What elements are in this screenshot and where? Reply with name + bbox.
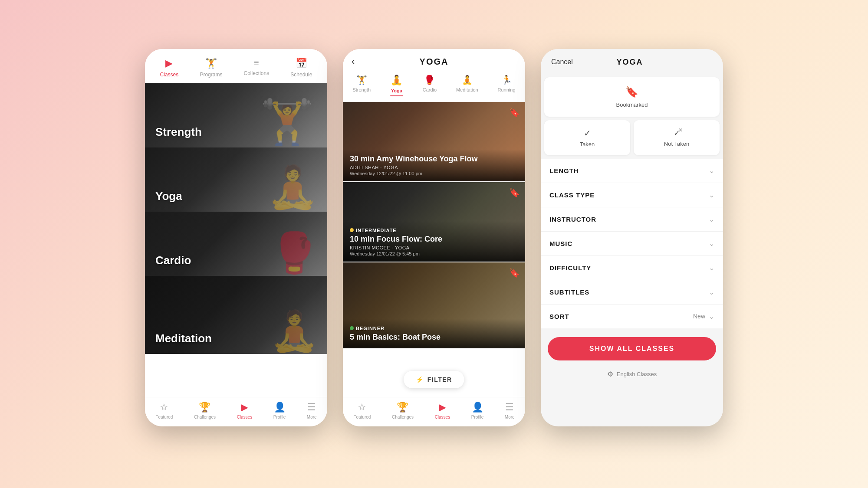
cat-strength[interactable]: 🏋 Strength [352,75,371,96]
class-item-2-info: BEGINNER 5 min Basics: Boat Pose [343,319,525,348]
class-card-yoga[interactable]: Yoga 🧘 [145,147,327,212]
check-nottaken-icon: ✓ ✕ [674,128,680,138]
bookmark-1[interactable]: 🔖 [509,187,520,198]
yoga-person: 🧘 [267,163,319,212]
cat-running-label: Running [498,87,516,92]
tab-profile[interactable]: 👤 Profile [273,402,286,419]
sort-value-row: New ⌄ [693,312,714,321]
show-all-classes-button[interactable]: SHOW ALL CLASSES [548,337,716,360]
not-taken-box[interactable]: ✓ ✕ Not Taken [634,120,720,155]
collections-icon: ≡ [254,58,259,68]
s2-tab-challenges[interactable]: 🏆 Challenges [392,402,414,419]
gear-icon: ⚙ [607,370,613,378]
cat-yoga-label: Yoga [391,88,402,93]
subtitles-chevron: ⌄ [709,288,714,296]
nav-collections[interactable]: ≡ Collections [244,58,270,78]
nav-classes[interactable]: ▶ Classes [160,58,179,78]
classes-label: Classes [237,415,253,419]
tab-challenges[interactable]: 🏆 Challenges [194,402,216,419]
english-classes-row[interactable]: ⚙ English Classes [541,366,723,383]
cat-yoga[interactable]: 🧘 Yoga [390,75,403,96]
filter-button[interactable]: ⚡ FILTER [404,371,464,388]
class-card-cardio[interactable]: Cardio 🥊 [145,212,327,276]
screen3-filter: Cancel YOGA 🔖 Bookmarked ✓ Taken ✓ ✕ Not… [541,49,723,426]
difficulty-label: DIFFICULTY [549,264,591,272]
schedule-icon: 📅 [296,58,307,69]
tab-featured[interactable]: ☆ Featured [155,402,173,419]
filter-instructor[interactable]: INSTRUCTOR ⌄ [541,207,723,232]
tab-more[interactable]: ☰ More [307,402,317,419]
more-label: More [307,415,317,419]
cat-meditation[interactable]: 🧘 Meditation [456,75,478,96]
filter-length[interactable]: LENGTH ⌄ [541,159,723,183]
yoga-label: Yoga [155,190,182,203]
class-card-strength[interactable]: Strength 🏋 [145,83,327,147]
strength-label: Strength [155,125,202,139]
class-item-1-meta: KRISTIN MCGEE · YOGA [350,245,518,250]
music-label: MUSIC [549,240,572,247]
s2-classes-label: Classes [435,415,450,419]
bookmark-icon-lg: 🔖 [625,86,638,98]
cat-strength-label: Strength [352,87,371,92]
filter-label: FILTER [427,376,452,383]
screen2-title: YOGA [420,57,449,67]
cancel-button[interactable]: Cancel [551,58,573,66]
s2-tab-profile[interactable]: 👤 Profile [471,402,483,419]
more-icon: ☰ [307,402,316,413]
english-classes-label: English Classes [617,371,657,377]
back-button[interactable]: ‹ [352,56,355,67]
nav-programs[interactable]: 🏋 Programs [200,58,222,78]
music-chevron: ⌄ [709,239,714,248]
class-item-2[interactable]: BEGINNER 5 min Basics: Boat Pose 🔖 [343,262,525,349]
nav-schedule[interactable]: 📅 Schedule [290,58,312,78]
filter-icon: ⚡ [416,376,424,383]
filter-subtitles[interactable]: SUBTITLES ⌄ [541,280,723,305]
cat-running-icon: 🏃 [501,75,512,85]
not-taken-label: Not Taken [664,141,689,147]
class-type-label: CLASS TYPE [549,191,595,199]
bookmark-0[interactable]: 🔖 [509,107,520,118]
class-type-chevron: ⌄ [709,191,714,199]
filter-music[interactable]: MUSIC ⌄ [541,232,723,256]
cat-cardio-icon: 🥊 [424,75,435,85]
difficulty-chevron: ⌄ [709,264,714,272]
bookmark-2[interactable]: 🔖 [509,268,520,278]
cat-strength-icon: 🏋 [356,75,367,85]
featured-icon: ☆ [160,402,168,413]
bookmarked-box[interactable]: 🔖 Bookmarked [544,77,720,117]
s2-tab-more[interactable]: ☰ More [505,402,515,419]
nav-schedule-label: Schedule [290,72,312,78]
tab-classes[interactable]: ▶ Classes [237,402,253,419]
s2-profile-icon: 👤 [472,402,483,413]
nav-collections-label: Collections [244,70,270,76]
badge-text-1: INTERMEDIATE [356,228,397,233]
filter-difficulty[interactable]: DIFFICULTY ⌄ [541,256,723,280]
s2-profile-label: Profile [471,415,483,419]
class-card-meditation[interactable]: Meditation 🧘 [145,276,327,354]
class-item-0[interactable]: 30 min Amy Winehouse Yoga Flow ADITI SHA… [343,102,525,182]
s2-classes-icon: ▶ [439,402,446,413]
s2-tab-classes[interactable]: ▶ Classes [435,402,450,419]
cat-running[interactable]: 🏃 Running [498,75,516,96]
cardio-person: 🥊 [270,230,319,276]
s2-challenges-icon: 🏆 [397,402,408,413]
strength-person: 🏋 [260,96,314,147]
sort-row[interactable]: SORT New ⌄ [541,305,723,328]
cat-meditation-label: Meditation [456,87,478,92]
class-item-1-time: Wednesday 12/01/22 @ 5:45 pm [350,251,518,256]
screen3-title: YOGA [616,58,643,67]
badge-dot-2 [350,326,354,330]
s2-tab-featured[interactable]: ☆ Featured [353,402,371,419]
cardio-label: Cardio [155,254,191,267]
nav-classes-label: Classes [160,72,179,78]
screen1-tabbar: ☆ Featured 🏆 Challenges ▶ Classes 👤 Prof… [145,397,327,426]
screen1-phone: ▶ Classes 🏋 Programs ≡ Collections 📅 Sch… [145,49,327,426]
taken-row: ✓ Taken ✓ ✕ Not Taken [544,120,720,155]
cat-cardio[interactable]: 🥊 Cardio [423,75,437,96]
check-taken-icon: ✓ [584,128,591,138]
class-item-1[interactable]: INTERMEDIATE 10 min Focus Flow: Core KRI… [343,182,525,262]
class-item-1-name: 10 min Focus Flow: Core [350,235,518,244]
filter-class-type[interactable]: CLASS TYPE ⌄ [541,183,723,207]
challenges-icon: 🏆 [199,402,210,413]
taken-box[interactable]: ✓ Taken [544,120,630,155]
